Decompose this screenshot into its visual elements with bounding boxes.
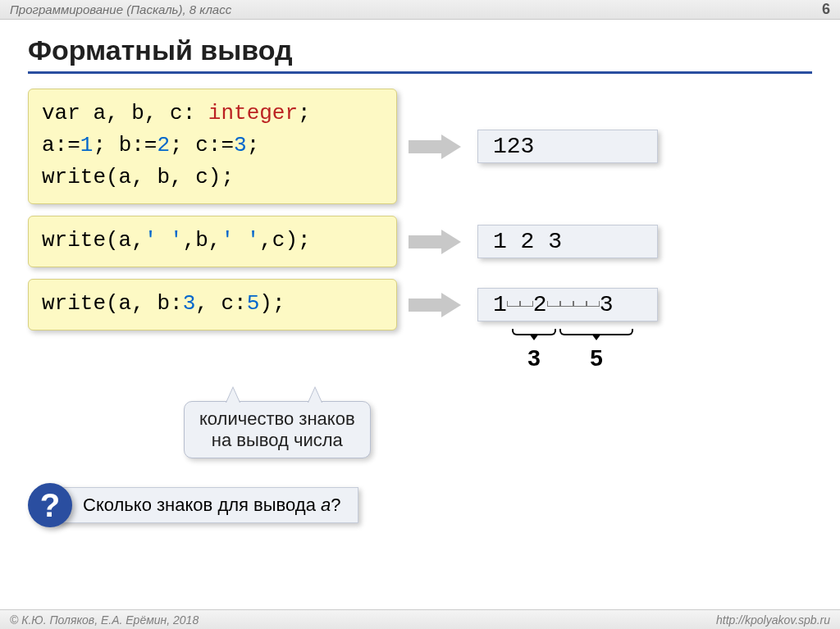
output-box-3: 123	[477, 288, 658, 321]
page-number: 6	[822, 1, 830, 18]
callout-note: количество знаков на вывод числа	[184, 401, 371, 458]
question-mark-icon: ?	[28, 483, 72, 527]
title-divider	[28, 71, 812, 74]
output-box-1: 123	[477, 130, 658, 163]
question-box: Сколько знаков для вывода a?	[54, 487, 358, 523]
code-block-2: write(a,' ',b,' ',c);	[28, 216, 397, 267]
brace-5-label: 5	[590, 345, 603, 371]
brace-3	[512, 329, 556, 335]
example-row-2: write(a,' ',b,' ',c); 1 2 3	[28, 216, 812, 267]
brace-3-label: 3	[527, 345, 541, 371]
brace-annotations: 3 5	[487, 329, 812, 378]
course-label: Программирование (Паскаль), 8 класс	[10, 2, 231, 16]
output-box-2: 1 2 3	[477, 225, 658, 258]
question-row: ? Сколько знаков для вывода a?	[28, 483, 812, 527]
arrow-icon	[409, 134, 466, 159]
footer-bar: © К.Ю. Поляков, Е.А. Ерёмин, 2018 http:/…	[0, 609, 840, 629]
header-bar: Программирование (Паскаль), 8 класс 6	[0, 0, 840, 20]
example-row-1: var a, b, c: integer; a:=1; b:=2; c:=3; …	[28, 89, 812, 204]
footer-copyright: © К.Ю. Поляков, Е.А. Ерёмин, 2018	[10, 613, 199, 627]
arrow-icon	[409, 293, 466, 317]
code-block-1: var a, b, c: integer; a:=1; b:=2; c:=3; …	[28, 89, 397, 204]
brace-5	[559, 329, 633, 335]
arrow-icon	[409, 230, 466, 254]
footer-url: http://kpolyakov.spb.ru	[716, 613, 830, 627]
page-title: Форматный вывод	[28, 34, 812, 66]
example-row-3: write(a, b:3, c:5); 123	[28, 279, 812, 330]
code-block-3: write(a, b:3, c:5);	[28, 279, 397, 330]
